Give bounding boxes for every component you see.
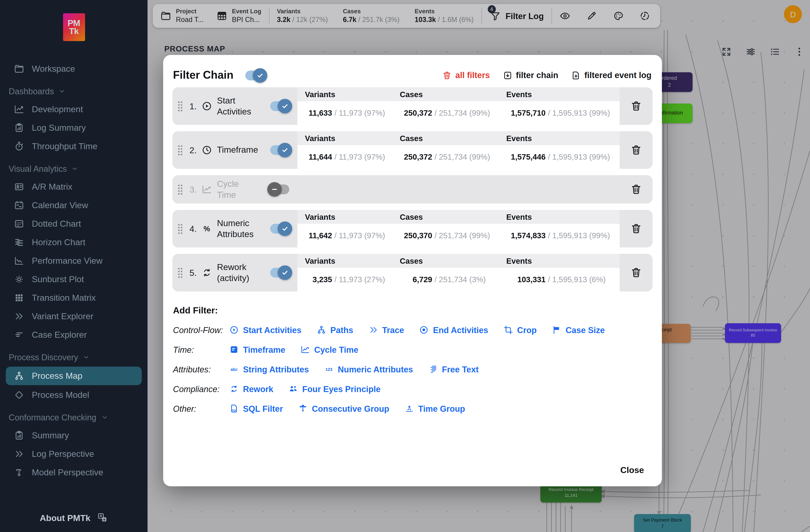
sidebar-item-variant-explorer[interactable]: Variant Explorer [0,307,148,326]
download-filter-chain-button[interactable]: filter chain [503,70,558,80]
filter-toggle[interactable] [270,145,289,155]
filter-index: 1. [188,101,197,111]
stats-header-row: VariantsCasesEvents [297,131,620,145]
sidebar-item-sunburst-plot[interactable]: Sunburst Plot [0,270,148,288]
sidebar-item-process-model[interactable]: Process Model [0,386,148,404]
all-filters-button[interactable]: all filters [442,70,490,80]
filter-chain-list: 1.Start ActivitiesVariantsCasesEvents11,… [163,87,662,292]
stats-total: / 1,595,913 (99%) [548,109,610,117]
stats-header-cell: Cases [400,90,506,99]
sidebar-item-label: Model Perspective [32,467,103,478]
action-label: all filters [455,70,490,80]
sidebar: PM Tk WorkspaceDashboardsDevelopmentLog … [0,0,148,532]
sidebar-item-log-summary[interactable]: Log Summary [0,118,148,137]
filter-toggle[interactable] [270,184,289,194]
delete-filter-button[interactable] [630,267,642,279]
drag-handle-icon[interactable] [177,144,183,156]
add-filter-time-group[interactable]: Time Group [404,404,465,414]
add-filter-link-label: Start Activities [243,326,302,335]
stats-header-cell: Events [506,90,620,99]
action-label: filtered event log [584,70,651,80]
export-filtered-event-log-button[interactable]: filtered event log [571,70,651,80]
sidebar-section-process-discovery[interactable]: Process Discovery [0,344,148,366]
add-filter-rework[interactable]: Rework [229,384,273,394]
delete-filter-button[interactable] [630,100,642,112]
sidebar-item-performance-view[interactable]: Performance View [0,252,148,270]
add-filter-group-label: Time: [173,345,229,354]
filter-toggle[interactable] [270,101,289,111]
chevrons-icon [14,449,24,459]
delete-filter-button[interactable] [630,183,642,196]
add-filter-cycle-time[interactable]: Cycle Time [300,345,358,354]
drag-handle-icon[interactable] [177,183,183,196]
add-filter-start-activities[interactable]: Start Activities [229,325,302,335]
stats-header-cell: Variants [305,134,400,143]
play-circle-icon [229,325,239,335]
stats-number: 250,372 [400,109,432,117]
flag-icon [552,325,562,335]
sidebar-item-log-perspective[interactable]: Log Perspective [0,445,148,463]
sidebar-item-model-perspective[interactable]: Model Perspective [0,463,148,482]
filter-name: Rework (activity) [217,262,260,284]
drag-handle-icon[interactable] [177,222,183,235]
add-filter-consecutive-group[interactable]: Consecutive Group [298,404,389,414]
file-plus-icon [571,70,581,80]
about-pmtk[interactable]: About PMTk A [0,505,148,532]
sidebar-item-throughput-time[interactable]: Throughput Time [0,137,148,155]
add-filter-section: Add Filter: Control-Flow:Start Activitie… [163,298,662,414]
sidebar-section-dashboards[interactable]: Dashboards [0,78,148,100]
toggle-knob [253,68,267,83]
add-filter-end-activities[interactable]: End Activities [419,325,488,335]
add-filter-numeric-attributes[interactable]: 123Numeric Attributes [324,364,413,374]
add-filter-timeframe[interactable]: Timeframe [229,345,285,354]
sidebar-section-conformance-checking[interactable]: Conformance Checking [0,404,148,426]
filter-chain-toggle[interactable] [245,70,264,80]
sidebar-item-label: Workspace [32,64,75,74]
crop-icon [503,325,513,335]
delete-filter-button[interactable] [630,144,642,156]
filter-chain-master-toggle[interactable] [245,70,264,80]
add-filter-case-size[interactable]: Case Size [552,325,605,335]
add-filter-crop[interactable]: Crop [503,325,537,335]
stats-cell-events: 1,575,446/ 1,595,913 (99%) [506,153,620,161]
stats-number: 250,372 [400,153,432,161]
sidebar-item-summary[interactable]: Summary [0,426,148,445]
minus-icon [271,186,278,193]
add-filter-trace[interactable]: Trace [368,325,404,335]
sidebar-item-label: Log Perspective [32,449,94,459]
add-filter-link-label: Cycle Time [314,345,358,354]
sidebar-item-dotted-chart[interactable]: Dotted Chart [0,215,148,233]
sidebar-item-calendar-view[interactable]: Calendar View [0,196,148,215]
add-filter-link-label: Free Text [442,365,479,374]
sidebar-section-visual-analytics[interactable]: Visual Analytics [0,155,148,178]
sidebar-item-transition-matrix[interactable]: Transition Matrix [0,288,148,307]
add-filter-four-eyes-principle[interactable]: Four Eyes Principle [288,384,380,394]
filter-row-left: 1.Start Activities [173,87,297,125]
trend-icon [300,345,310,354]
filter-delete-zone [620,254,653,292]
sidebar-item-a-r-matrix[interactable]: A/R Matrix [0,178,148,196]
stats-total: / 251,734 (99%) [435,109,490,117]
filter-toggle[interactable] [270,268,289,278]
sidebar-item-development[interactable]: Development [0,100,148,118]
drag-handle-icon[interactable] [177,266,183,279]
id-card-icon [14,182,24,192]
add-filter-free-text[interactable]: Free Text [428,364,479,374]
sidebar-item-case-explorer[interactable]: Case Explorer [0,326,148,344]
sidebar-item-horizon-chart[interactable]: Horizon Chart [0,233,148,252]
line-chart-icon [14,104,24,115]
add-filter-sql-filter[interactable]: SQLSQL Filter [229,404,283,414]
sun-icon [14,274,24,284]
calendar-icon [14,200,24,211]
drag-handle-icon[interactable] [177,100,183,113]
filter-row-left: 2.Timeframe [173,131,297,169]
delete-filter-button[interactable] [630,222,642,235]
filter-toggle[interactable] [270,224,289,234]
add-filter-string-attributes[interactable]: abcString Attributes [229,364,309,374]
sidebar-item-label: Summary [32,430,69,440]
sidebar-item-process-map[interactable]: Process Map [6,367,142,385]
sidebar-item-workspace[interactable]: Workspace [0,60,148,78]
close-button[interactable]: Close [620,465,644,475]
chevron-down-icon [71,165,78,172]
add-filter-paths[interactable]: Paths [317,325,353,335]
